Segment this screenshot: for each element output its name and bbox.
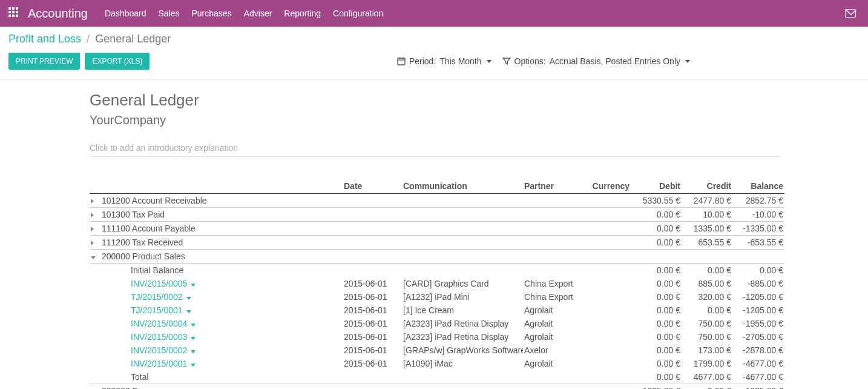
- entry-date: 2015-06-01: [343, 330, 402, 344]
- entry-link[interactable]: INV/2015/0003: [131, 332, 196, 342]
- account-name: 111200 Tax Received: [100, 236, 343, 250]
- entry-link[interactable]: INV/2015/0002: [131, 345, 196, 355]
- company-name: YourCompany: [90, 113, 780, 127]
- options-label: Options:: [515, 56, 546, 66]
- credit-value: 0.00 €: [682, 384, 732, 390]
- account-row[interactable]: 111100 Account Payable0.00 €1335.00 €-13…: [90, 222, 784, 236]
- caret-down-icon: [191, 350, 196, 353]
- balance-value: -1205.00 €: [732, 290, 784, 304]
- entry-link[interactable]: INV/2015/0004: [131, 319, 196, 328]
- nav-purchases[interactable]: Purchases: [192, 8, 232, 18]
- report-title: General Ledger: [90, 91, 780, 110]
- credit-value: [682, 250, 732, 264]
- entry-communication: [1] Ice Cream: [402, 304, 523, 317]
- options-filter[interactable]: Options: Accrual Basis, Posted Entries O…: [502, 56, 690, 66]
- balance-value: 2852.75 €: [732, 194, 784, 208]
- entry-communication: [A2323] iPad Retina Display: [402, 330, 523, 344]
- debit-value: 0.00 €: [631, 370, 682, 384]
- entry-date: 2015-06-01: [343, 304, 402, 317]
- col-partner: Partner: [523, 179, 584, 194]
- period-value: This Month: [439, 56, 481, 66]
- balance-value: -1335.00 €: [732, 222, 784, 236]
- calendar-icon: [397, 57, 406, 65]
- entry-link[interactable]: INV/2015/0005: [131, 279, 196, 288]
- credit-value: 885.00 €: [682, 277, 732, 290]
- col-credit: Credit: [682, 179, 732, 194]
- balance-value: -2705.00 €: [732, 330, 784, 344]
- balance-value: -2878.00 €: [732, 344, 784, 357]
- expand-toggle[interactable]: [90, 194, 100, 208]
- account-row[interactable]: 111200 Tax Received0.00 €653.55 €-653.55…: [90, 236, 784, 250]
- nav-configuration[interactable]: Configuration: [333, 8, 383, 18]
- nav-menu: Dashboard Sales Purchases Adviser Report…: [105, 8, 383, 18]
- account-row[interactable]: 200000 Product Sales: [90, 250, 784, 264]
- caret-right-icon[interactable]: [91, 241, 94, 245]
- balance-value: -653.55 €: [732, 236, 784, 250]
- account-name: 220000 Expenses: [100, 384, 343, 390]
- ledger-line-row: INV/2015/0001 2015-06-01[A1090] iMacAgro…: [90, 357, 784, 370]
- account-row[interactable]: 220000 Expenses1335.00 €0.00 €1335.00 €: [90, 384, 784, 390]
- breadcrumb-current: General Ledger: [95, 33, 171, 45]
- expand-toggle[interactable]: [90, 208, 100, 222]
- expand-toggle[interactable]: [90, 384, 100, 390]
- caret-right-icon[interactable]: [91, 199, 94, 204]
- caret-down-icon: [191, 284, 196, 287]
- ledger-line-row: TJ/2015/0001 2015-06-01[1] Ice CreamAgro…: [90, 304, 784, 317]
- expand-toggle[interactable]: [90, 222, 100, 236]
- breadcrumb-parent[interactable]: Profit and Loss: [8, 33, 81, 45]
- caret-down-icon: [191, 364, 196, 367]
- debit-value: 0.00 €: [631, 317, 682, 330]
- nav-reporting[interactable]: Reporting: [284, 8, 321, 18]
- col-balance: Balance: [732, 179, 784, 194]
- nav-sales[interactable]: Sales: [158, 8, 179, 18]
- debit-value: 0.00 €: [631, 357, 682, 370]
- balance-value: 0.00 €: [732, 264, 784, 278]
- entry-ref[interactable]: INV/2015/0003: [100, 330, 343, 344]
- entry-link[interactable]: TJ/2015/0002: [131, 292, 191, 302]
- nav-dashboard[interactable]: Dashboard: [105, 8, 146, 18]
- entry-ref[interactable]: TJ/2015/0001: [100, 304, 343, 317]
- entry-ref[interactable]: INV/2015/0001: [100, 357, 343, 370]
- account-name: 200000 Product Sales: [100, 250, 343, 264]
- expand-toggle[interactable]: [90, 236, 100, 250]
- credit-value: 10.00 €: [682, 208, 732, 222]
- account-row[interactable]: 101200 Account Receivable5330.55 €2477.8…: [90, 194, 784, 208]
- caret-right-icon[interactable]: [91, 213, 94, 218]
- entry-communication: [CARD] Graphics Card: [402, 277, 523, 290]
- entry-communication: [A1232] iPad Mini: [402, 290, 523, 304]
- entry-date: 2015-06-01: [343, 317, 402, 330]
- options-value: Accrual Basis, Posted Entries Only: [550, 56, 680, 66]
- print-preview-button[interactable]: PRINT PREVIEW: [8, 53, 80, 70]
- entry-partner: Axelor: [523, 344, 584, 357]
- entry-date: 2015-06-01: [343, 344, 402, 357]
- period-filter[interactable]: Period: This Month: [397, 56, 492, 66]
- balance-value: 1335.00 €: [732, 384, 784, 390]
- caret-down-icon[interactable]: [91, 256, 96, 259]
- debit-value: 0.00 €: [631, 290, 682, 304]
- app-title: Accounting: [28, 7, 88, 21]
- entry-ref[interactable]: INV/2015/0004: [100, 317, 343, 330]
- mail-icon[interactable]: [845, 9, 856, 18]
- credit-value: 0.00 €: [682, 304, 732, 317]
- export-xls-button[interactable]: EXPORT (XLS): [85, 53, 150, 70]
- entry-ref[interactable]: INV/2015/0002: [100, 344, 343, 357]
- balance-value: -10.00 €: [732, 208, 784, 222]
- entry-link[interactable]: INV/2015/0001: [131, 359, 196, 368]
- entry-partner: Agrolait: [523, 330, 584, 344]
- intro-placeholder[interactable]: Click to add an introductory explanation: [90, 143, 780, 157]
- credit-value: 1335.00 €: [682, 222, 732, 236]
- entry-ref[interactable]: TJ/2015/0002: [100, 290, 343, 304]
- debit-value: 0.00 €: [631, 277, 682, 290]
- account-row[interactable]: 101300 Tax Paid0.00 €10.00 €-10.00 €: [90, 208, 784, 222]
- debit-value: 0.00 €: [631, 264, 682, 278]
- filter-icon: [502, 57, 511, 65]
- nav-adviser[interactable]: Adviser: [244, 8, 272, 18]
- caret-down-icon: [186, 310, 191, 313]
- caret-right-icon[interactable]: [91, 227, 94, 231]
- entry-ref[interactable]: INV/2015/0005: [100, 277, 343, 290]
- credit-value: 750.00 €: [682, 330, 732, 344]
- expand-toggle[interactable]: [90, 250, 100, 264]
- apps-grid-icon[interactable]: [8, 7, 21, 19]
- entry-link[interactable]: TJ/2015/0001: [131, 305, 191, 315]
- debit-value: 0.00 €: [631, 236, 682, 250]
